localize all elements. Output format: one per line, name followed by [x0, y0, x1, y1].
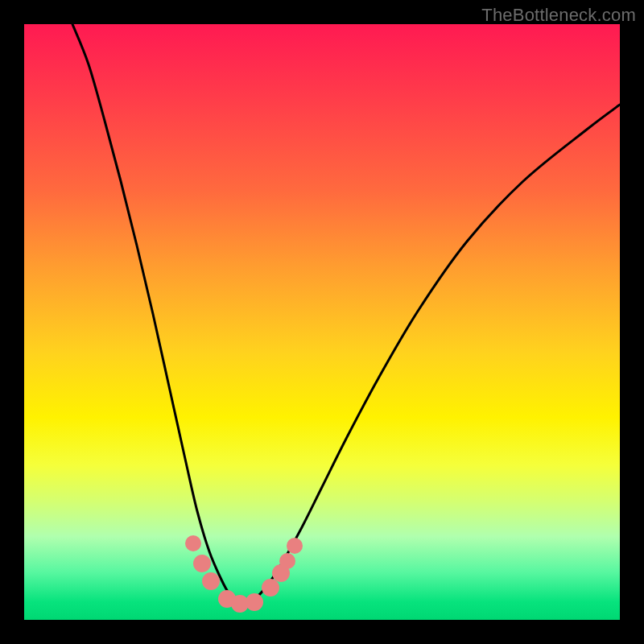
bottleneck-curve	[72, 24, 620, 604]
curve-markers	[185, 535, 303, 613]
pt-bottom-3	[246, 593, 263, 611]
watermark-text: TheBottleneck.com	[481, 5, 636, 26]
plot-area	[24, 24, 620, 620]
pt-right-1	[262, 579, 279, 597]
pt-left-2	[193, 555, 211, 572]
chart-frame: TheBottleneck.com	[0, 0, 644, 644]
pt-right-3	[279, 553, 295, 569]
pt-right-4	[287, 538, 303, 554]
pt-left-1	[185, 535, 201, 551]
pt-left-3	[202, 572, 220, 590]
curve-svg	[24, 24, 620, 620]
